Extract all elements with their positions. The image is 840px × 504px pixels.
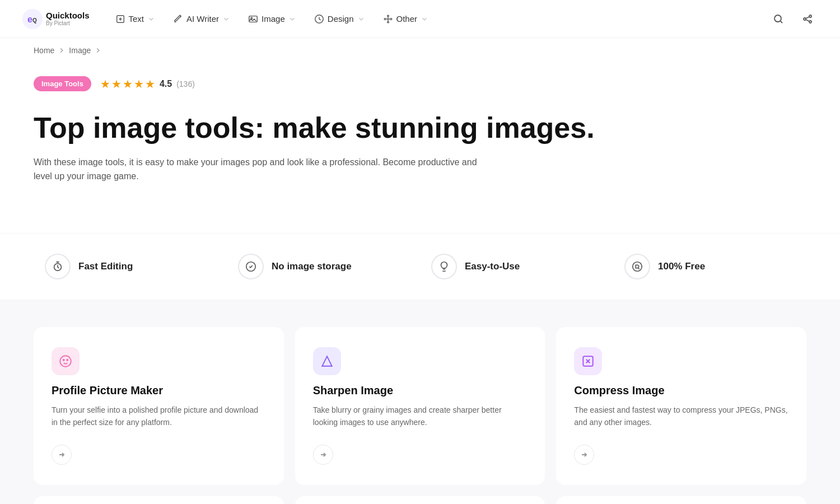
svg-point-14 bbox=[804, 18, 806, 20]
chevron-down-icon bbox=[421, 15, 428, 23]
star-1: ★ bbox=[100, 77, 110, 91]
star-rating: ★ ★ ★ ★ ★ bbox=[100, 77, 155, 91]
svg-point-8 bbox=[387, 21, 389, 23]
svg-point-10 bbox=[390, 18, 392, 20]
nav-image-label: Image bbox=[262, 14, 285, 24]
share-button[interactable] bbox=[797, 9, 818, 29]
arrow-right-icon bbox=[580, 450, 589, 459]
feature-free-label: 100% Free bbox=[658, 261, 705, 272]
brand-name: Quicktools bbox=[46, 11, 90, 21]
nav-ai-writer-label: AI Writer bbox=[186, 14, 219, 24]
card-add-text-to-photo[interactable]: Add Text to Photo Make your photo's pop … bbox=[556, 496, 806, 504]
compress-image-title: Compress Image bbox=[574, 384, 788, 397]
sharpen-image-desc: Take blurry or grainy images and create … bbox=[313, 404, 528, 429]
card-resize-image[interactable]: Resize Image Resize images without cropp… bbox=[295, 496, 545, 504]
feature-easy-to-use: Easy-to-Use bbox=[420, 245, 613, 288]
features-row: Fast Editing No image storage Easy-to-Us… bbox=[0, 233, 840, 300]
face-icon bbox=[58, 354, 73, 368]
svg-point-6 bbox=[387, 18, 389, 20]
feature-fast-editing-label: Fast Editing bbox=[78, 261, 133, 272]
nav-item-other[interactable]: Other bbox=[375, 10, 437, 29]
svg-point-12 bbox=[809, 15, 811, 17]
other-icon bbox=[383, 14, 393, 24]
svg-point-20 bbox=[67, 360, 68, 361]
chevron-down-icon bbox=[357, 15, 365, 23]
navbar: e Q Quicktools By Pictart Text AI Wr bbox=[0, 0, 840, 38]
ai-writer-icon bbox=[173, 14, 183, 24]
nav-items: Text AI Writer Image bbox=[108, 10, 764, 29]
sharpen-image-title: Sharpen Image bbox=[313, 384, 528, 397]
feature-easy-to-use-label: Easy-to-Use bbox=[465, 261, 520, 272]
rating-count: (136) bbox=[176, 80, 195, 88]
breadcrumb: Home Image bbox=[0, 38, 840, 63]
hero-section: Image Tools ★ ★ ★ ★ ★ 4.5 (136) Top imag… bbox=[0, 63, 840, 233]
star-3: ★ bbox=[123, 77, 133, 91]
nav-other-label: Other bbox=[396, 14, 418, 24]
brand-logo[interactable]: e Q Quicktools By Pictart bbox=[22, 9, 90, 29]
card-compress-image[interactable]: Compress Image The easiest and fastest w… bbox=[556, 327, 806, 485]
chevron-down-icon bbox=[288, 15, 296, 23]
triangle-icon bbox=[320, 354, 334, 368]
chevron-down-icon bbox=[147, 15, 155, 23]
star-5: ★ bbox=[145, 77, 155, 91]
nav-actions bbox=[768, 9, 818, 29]
svg-text:Q: Q bbox=[32, 17, 37, 24]
cards-section: Profile Picture Maker Turn your selfie i… bbox=[0, 300, 840, 504]
svg-text:e: e bbox=[27, 15, 32, 24]
feature-no-storage-label: No image storage bbox=[272, 261, 352, 272]
svg-point-13 bbox=[809, 21, 811, 23]
easy-to-use-icon-wrap bbox=[431, 254, 457, 279]
profile-picture-maker-desc: Turn your selfie into a polished profile… bbox=[52, 404, 266, 429]
profile-picture-maker-title: Profile Picture Maker bbox=[52, 384, 266, 397]
star-4: ★ bbox=[134, 77, 144, 91]
card-rotate-image[interactable]: Rotate Image Easily rotate any image for… bbox=[34, 496, 284, 504]
share-icon bbox=[802, 13, 813, 25]
lightbulb-icon bbox=[438, 260, 450, 273]
svg-point-7 bbox=[387, 15, 389, 17]
image-icon bbox=[248, 14, 258, 24]
arrow-right-icon bbox=[57, 450, 66, 459]
text-icon bbox=[115, 14, 125, 24]
sharpen-image-icon-wrap bbox=[313, 347, 341, 375]
hero-badge: Image Tools bbox=[34, 76, 91, 91]
rating-row: ★ ★ ★ ★ ★ 4.5 (136) bbox=[100, 77, 195, 91]
card-sharpen-image[interactable]: Sharpen Image Take blurry or grainy imag… bbox=[295, 327, 545, 485]
profile-picture-maker-icon-wrap bbox=[52, 347, 80, 375]
free-icon-wrap bbox=[624, 254, 650, 279]
hero-subtitle: With these image tools, it is easy to ma… bbox=[34, 155, 482, 184]
profile-picture-maker-arrow[interactable] bbox=[52, 445, 72, 465]
chevron-right-icon bbox=[94, 46, 102, 54]
timer-icon bbox=[52, 260, 64, 273]
star-2: ★ bbox=[111, 77, 122, 91]
search-button[interactable] bbox=[768, 9, 788, 29]
feature-fast-editing: Fast Editing bbox=[34, 245, 227, 288]
sharpen-image-arrow[interactable] bbox=[313, 445, 333, 465]
breadcrumb-current: Image bbox=[69, 46, 91, 55]
svg-point-11 bbox=[774, 15, 781, 22]
arrow-right-icon bbox=[319, 450, 328, 459]
cards-grid: Profile Picture Maker Turn your selfie i… bbox=[34, 327, 806, 504]
nav-item-design[interactable]: Design bbox=[306, 10, 373, 29]
card-profile-picture-maker[interactable]: Profile Picture Maker Turn your selfie i… bbox=[34, 327, 284, 485]
compress-image-icon-wrap bbox=[574, 347, 602, 375]
nav-text-label: Text bbox=[129, 14, 144, 24]
chevron-down-icon bbox=[222, 15, 230, 23]
svg-point-18 bbox=[60, 356, 71, 367]
hero-title: Top image tools: make stunning images. bbox=[34, 111, 806, 145]
svg-point-17 bbox=[633, 262, 642, 272]
chevron-right-icon bbox=[58, 46, 66, 54]
svg-point-19 bbox=[63, 360, 64, 361]
nav-item-text[interactable]: Text bbox=[108, 10, 164, 29]
search-icon bbox=[773, 13, 784, 25]
svg-point-9 bbox=[384, 18, 386, 20]
nav-design-label: Design bbox=[328, 14, 354, 24]
check-circle-icon bbox=[245, 260, 257, 273]
fast-editing-icon-wrap bbox=[45, 254, 71, 279]
compress-image-arrow[interactable] bbox=[574, 445, 594, 465]
compress-icon bbox=[581, 354, 595, 368]
nav-item-ai-writer[interactable]: AI Writer bbox=[165, 10, 238, 29]
breadcrumb-home[interactable]: Home bbox=[34, 46, 54, 55]
nav-item-image[interactable]: Image bbox=[240, 10, 304, 29]
compress-image-desc: The easiest and fastest way to compress … bbox=[574, 404, 788, 429]
feature-free: 100% Free bbox=[613, 245, 806, 288]
